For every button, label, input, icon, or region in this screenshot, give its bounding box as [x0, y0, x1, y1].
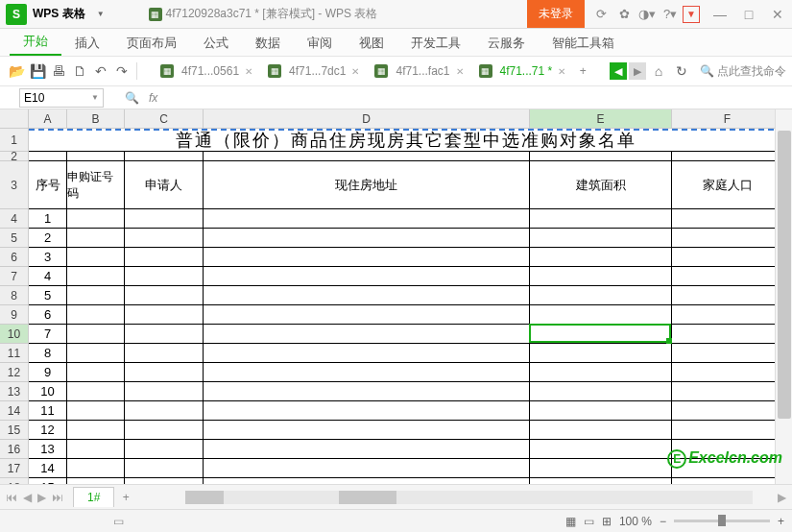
hscroll-right-icon[interactable]: ▶	[778, 491, 786, 504]
cell-r2[interactable]	[672, 152, 783, 161]
data-cell[interactable]	[672, 344, 783, 363]
undo-icon[interactable]: ↶	[90, 60, 111, 82]
hscroll-thumb-2[interactable]	[339, 491, 396, 504]
data-cell[interactable]	[204, 229, 530, 248]
row-header-5[interactable]: 5	[0, 229, 29, 248]
data-cell[interactable]	[672, 401, 783, 421]
seq-cell[interactable]: 1	[29, 209, 67, 229]
redo-icon[interactable]: ↷	[111, 60, 132, 82]
tab-close-icon[interactable]: ✕	[558, 66, 565, 77]
data-cell[interactable]	[67, 344, 125, 363]
tab-close-icon[interactable]: ✕	[456, 66, 464, 77]
col-header-E[interactable]: E	[530, 109, 672, 129]
menu-start[interactable]: 开始	[10, 29, 61, 56]
menu-devtools[interactable]: 开发工具	[397, 31, 474, 56]
row-header-8[interactable]: 8	[0, 286, 29, 305]
seq-cell[interactable]: 11	[29, 401, 67, 421]
data-cell[interactable]	[125, 459, 204, 478]
row-header-17[interactable]: 17	[0, 459, 29, 478]
menu-pagelayout[interactable]: 页面布局	[113, 31, 190, 56]
row-header-10[interactable]: 10	[0, 325, 29, 344]
row-header-4[interactable]: 4	[0, 209, 29, 229]
data-cell[interactable]	[672, 248, 783, 267]
data-cell[interactable]	[125, 440, 204, 459]
data-cell[interactable]	[204, 440, 530, 459]
data-cell[interactable]	[204, 325, 530, 344]
col-header-F[interactable]: F	[672, 109, 783, 129]
data-cell[interactable]	[530, 459, 672, 478]
data-cell[interactable]	[67, 325, 125, 344]
skin-icon[interactable]: ◑▾	[636, 4, 658, 25]
data-cell[interactable]	[204, 209, 530, 229]
data-cell[interactable]	[530, 421, 672, 440]
data-cell[interactable]	[125, 363, 204, 382]
sheet-first-icon[interactable]: ⏮	[6, 491, 17, 504]
data-cell[interactable]	[530, 248, 672, 267]
data-cell[interactable]	[204, 267, 530, 286]
cell-r2[interactable]	[530, 152, 672, 161]
header-applicant[interactable]: 申请人	[125, 161, 204, 209]
data-cell[interactable]	[530, 325, 672, 344]
refresh-nav-icon[interactable]: ↻	[671, 60, 692, 82]
open-icon[interactable]: 📂	[6, 60, 27, 82]
seq-cell[interactable]: 9	[29, 363, 67, 382]
data-cell[interactable]	[125, 382, 204, 401]
data-cell[interactable]	[204, 401, 530, 421]
data-cell[interactable]	[204, 248, 530, 267]
cell-r2[interactable]	[125, 152, 204, 161]
tab-nav-right[interactable]: ▶	[629, 62, 646, 80]
seq-cell[interactable]: 14	[29, 459, 67, 478]
header-family[interactable]: 家庭人口	[672, 161, 783, 209]
menu-view[interactable]: 视图	[346, 31, 397, 56]
data-cell[interactable]	[125, 401, 204, 421]
command-search[interactable]: 🔍 点此查找命令	[700, 63, 786, 80]
col-header-D[interactable]: D	[204, 109, 530, 129]
seq-cell[interactable]: 5	[29, 286, 67, 305]
menu-cloud[interactable]: 云服务	[474, 31, 539, 56]
data-cell[interactable]	[530, 267, 672, 286]
doc-tab-1[interactable]: ▦4f71...0561✕	[153, 60, 260, 82]
sheet-tab-1[interactable]: 1#	[73, 487, 114, 507]
data-cell[interactable]	[204, 344, 530, 363]
data-cell[interactable]	[125, 325, 204, 344]
minimize-button[interactable]: —	[706, 0, 734, 29]
data-cell[interactable]	[67, 382, 125, 401]
data-cell[interactable]	[530, 286, 672, 305]
sheet-nav[interactable]: ⏮ ◀ ▶ ⏭	[0, 491, 69, 504]
row-header-9[interactable]: 9	[0, 305, 29, 325]
data-cell[interactable]	[672, 286, 783, 305]
name-box-dropdown-icon[interactable]: ▼	[91, 93, 99, 102]
data-cell[interactable]	[530, 209, 672, 229]
home-icon[interactable]: ⌂	[648, 60, 669, 82]
zoom-out-button[interactable]: −	[660, 515, 666, 528]
data-cell[interactable]	[67, 459, 125, 478]
tab-close-icon[interactable]: ✕	[245, 66, 252, 77]
horizontal-scrollbar[interactable]	[185, 491, 753, 504]
zoom-value[interactable]: 100 %	[619, 515, 652, 528]
cell-r2[interactable]	[204, 152, 530, 161]
login-button[interactable]: 未登录	[527, 0, 585, 28]
menu-smarttools[interactable]: 智能工具箱	[539, 31, 628, 56]
fx-search-icon[interactable]: 🔍	[125, 91, 139, 105]
header-address[interactable]: 现住房地址	[204, 161, 530, 209]
column-headers[interactable]: ABCDEF	[29, 109, 783, 129]
print-button[interactable]: 🖶	[48, 60, 69, 82]
menu-review[interactable]: 审阅	[294, 31, 346, 56]
data-cell[interactable]	[125, 229, 204, 248]
data-cell[interactable]	[530, 440, 672, 459]
header-area[interactable]: 建筑面积	[530, 161, 672, 209]
header-code[interactable]: 申购证号码	[67, 161, 125, 209]
row-header-7[interactable]: 7	[0, 267, 29, 286]
col-header-A[interactable]: A	[29, 109, 67, 129]
tab-nav-left[interactable]: ◀	[610, 62, 627, 80]
data-cell[interactable]	[530, 305, 672, 325]
menu-data[interactable]: 数据	[242, 31, 294, 56]
data-cell[interactable]	[530, 401, 672, 421]
doc-tab-2[interactable]: ▦4f71...7dc1✕	[260, 60, 367, 82]
row-header-15[interactable]: 15	[0, 421, 29, 440]
data-cell[interactable]	[204, 421, 530, 440]
menu-insert[interactable]: 插入	[61, 31, 113, 56]
vscroll-thumb[interactable]	[778, 131, 791, 419]
preview-icon[interactable]: 🗋	[69, 60, 90, 82]
data-cell[interactable]	[672, 325, 783, 344]
